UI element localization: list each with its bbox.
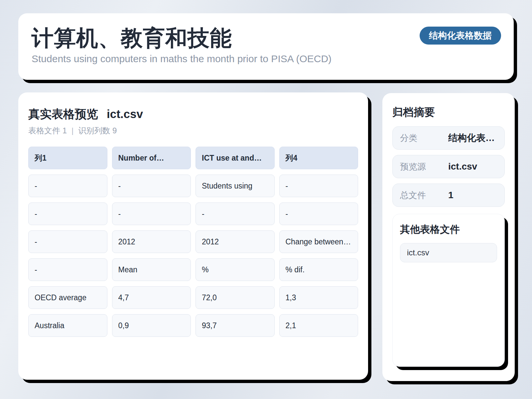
preview-table: 列1 Number of… ICT use at and… 列4 - - Stu…: [28, 147, 358, 337]
column-header: Number of…: [112, 147, 191, 169]
table-cell: 93,7: [196, 314, 275, 337]
table-cell: 1,3: [279, 286, 358, 309]
table-cell: -: [279, 175, 358, 197]
stat-label: 分类: [400, 132, 448, 144]
table-cell: 2012: [112, 230, 191, 253]
stat-row-category: 分类 结构化表…: [392, 126, 505, 150]
table-cell: 4,7: [112, 286, 191, 309]
table-cell: Change between…: [279, 230, 358, 253]
stat-row-total-files: 总文件 1: [392, 184, 505, 207]
table-cell: -: [28, 175, 107, 197]
stat-value: 结构化表…: [448, 132, 497, 144]
other-files-title: 其他表格文件: [400, 223, 497, 236]
preview-file-name: ict.csv: [107, 107, 143, 121]
preview-title: 真实表格预览: [28, 106, 98, 122]
table-preview-card: 真实表格预览 ict.csv 表格文件 1 | 识别列数 9 列1 Number…: [18, 92, 368, 380]
table-cell: 72,0: [196, 286, 275, 309]
table-cell: 2012: [196, 230, 275, 253]
file-list-item[interactable]: ict.csv: [400, 243, 497, 262]
other-files-card: 其他表格文件 ict.csv: [392, 214, 505, 367]
category-badge: 结构化表格数据: [420, 27, 501, 45]
table-cell: -: [28, 258, 107, 281]
archive-stats: 分类 结构化表… 预览源 ict.csv 总文件 1: [392, 126, 505, 207]
preview-title-row: 真实表格预览 ict.csv: [28, 106, 358, 122]
column-header: 列1: [28, 147, 107, 169]
stat-label: 总文件: [400, 190, 448, 201]
stat-label: 预览源: [400, 161, 448, 173]
stat-row-preview-source: 预览源 ict.csv: [392, 155, 505, 178]
meta-divider: |: [71, 126, 73, 135]
column-header: ICT use at and…: [196, 147, 275, 169]
table-cell: -: [112, 202, 191, 225]
column-header: 列4: [279, 147, 358, 169]
table-cell: %: [196, 258, 275, 281]
table-cell: -: [196, 202, 275, 225]
page-header-card: 计算机、教育和技能 Students using computers in ma…: [18, 13, 514, 80]
page-subtitle: Students using computers in maths the mo…: [32, 53, 500, 65]
table-cell: -: [28, 202, 107, 225]
archive-summary-card: 归档摘要 分类 结构化表… 预览源 ict.csv 总文件 1 其他表格文件 i…: [382, 93, 515, 381]
table-cell: Students using: [196, 175, 275, 197]
table-cell: % dif.: [279, 258, 358, 281]
stat-value: ict.csv: [448, 161, 497, 172]
meta-column-count: 识别列数 9: [78, 125, 117, 136]
table-cell: -: [112, 175, 191, 197]
stat-value: 1: [448, 190, 497, 200]
table-cell: Mean: [112, 258, 191, 281]
table-cell: -: [28, 230, 107, 253]
table-cell: OECD average: [28, 286, 107, 309]
preview-meta: 表格文件 1 | 识别列数 9: [28, 125, 358, 136]
table-cell: Australia: [28, 314, 107, 337]
meta-file-count: 表格文件 1: [28, 125, 67, 136]
table-cell: 2,1: [279, 314, 358, 337]
table-cell: 0,9: [112, 314, 191, 337]
table-cell: -: [279, 202, 358, 225]
archive-summary-title: 归档摘要: [392, 105, 505, 120]
